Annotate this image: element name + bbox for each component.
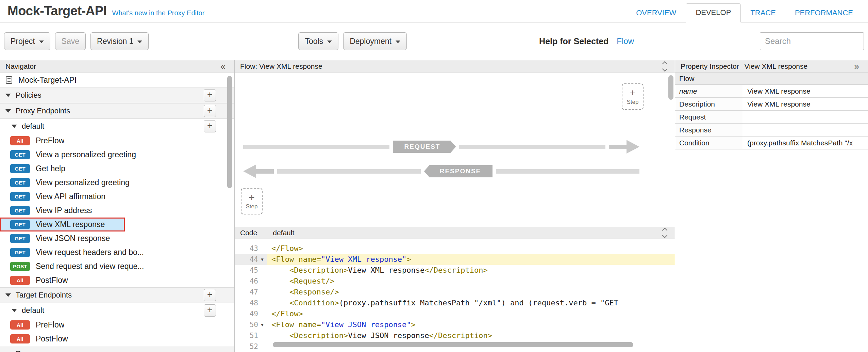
token-tag: <Response/> xyxy=(289,288,339,296)
proxy-flow-get-help[interactable]: GETGet help xyxy=(0,162,234,176)
add-target-endpoint-button[interactable]: + xyxy=(204,289,216,301)
code-line-47[interactable]: 47 <Response/> xyxy=(235,287,675,298)
deployment-button[interactable]: Deployment xyxy=(343,32,407,50)
add-target-flow-button[interactable]: + xyxy=(204,304,216,317)
nav-section-resources[interactable]: Resources xyxy=(0,346,234,352)
response-arrow-tail-icon xyxy=(256,169,274,174)
proxy-flow-send-request-and-view-reque[interactable]: POSTSend request and view reque... xyxy=(0,259,234,273)
line-number: 44 xyxy=(250,254,258,265)
project-button[interactable]: Project xyxy=(4,32,50,50)
nav-root-label: Mock-Target-API xyxy=(18,76,77,85)
collapse-expand-icon[interactable] xyxy=(663,228,667,237)
proxy-flow-view-json-response[interactable]: GETView JSON response xyxy=(0,231,234,245)
target-flow-preflow[interactable]: AllPreFlow xyxy=(0,318,234,332)
nav-section-proxy-endpoints[interactable]: Proxy Endpoints + xyxy=(0,103,234,119)
code-line-content: <Request/> xyxy=(267,276,675,287)
nav-section-policies[interactable]: Policies + xyxy=(0,87,234,103)
code-line-content: <Flow name="View XML response"> xyxy=(267,254,675,265)
flow-canvas[interactable]: + Step REQUEST RESPONSE xyxy=(235,73,675,227)
navigator-scrollbar[interactable] xyxy=(227,76,232,188)
token-tag: > xyxy=(411,320,416,329)
expand-panel-icon[interactable]: » xyxy=(854,62,859,71)
tab-develop[interactable]: DEVELOP xyxy=(686,3,741,22)
token-text: View XML response xyxy=(348,266,424,274)
code-line-content: <Description>View JSON response</Descrip… xyxy=(267,330,675,341)
code-tab[interactable]: Code xyxy=(240,229,257,237)
code-line-50[interactable]: 50▾<Flow name="View JSON response"> xyxy=(235,319,675,330)
proxy-flow-view-api-affirmation[interactable]: GETView API affirmation xyxy=(0,190,234,204)
inspector-property-label: Condition xyxy=(675,137,743,149)
fold-arrow-icon[interactable]: ▾ xyxy=(258,319,266,330)
help-flow-link[interactable]: Flow xyxy=(617,36,634,46)
add-policy-button[interactable]: + xyxy=(204,89,216,101)
proxy-flow-view-personalized-greeting[interactable]: GETView personalized greeting xyxy=(0,176,234,190)
code-line-49[interactable]: 49</Flow> xyxy=(235,308,675,319)
proxy-flow-view-request-headers-and-bo[interactable]: GETView request headers and bo... xyxy=(0,245,234,259)
nav-root-item[interactable]: Mock-Target-API xyxy=(0,73,234,87)
revision-button[interactable]: Revision 1 xyxy=(90,32,149,50)
code-line-45[interactable]: 45 <Description>View XML response</Descr… xyxy=(235,265,675,276)
code-line-44[interactable]: 44▾<Flow name="View XML response"> xyxy=(235,254,675,265)
code-horizontal-scrollbar[interactable] xyxy=(273,342,633,347)
code-line-48[interactable]: 48 <Condition>(proxy.pathsuffix MatchesP… xyxy=(235,298,675,308)
flow-label: PreFlow xyxy=(36,136,64,145)
navigator-panel: Navigator « Mock-Target-API Policies xyxy=(0,60,235,352)
add-step-button-bottom-left[interactable]: + Step xyxy=(241,188,263,214)
search-input[interactable] xyxy=(760,32,864,50)
inspector-property-value[interactable]: View XML response xyxy=(743,98,868,110)
code-file-tab[interactable]: default xyxy=(273,229,294,237)
fold-arrow-icon[interactable]: ▾ xyxy=(258,254,266,265)
proxy-flow-view-ip-address[interactable]: GETView IP address xyxy=(0,204,234,218)
code-editor[interactable]: 43</Flow>44▾<Flow name="View XML respons… xyxy=(235,239,675,352)
tools-button[interactable]: Tools xyxy=(298,32,338,50)
toolbar: Project Save Revision 1 Tools Deployment… xyxy=(0,22,868,60)
add-proxy-flow-button[interactable]: + xyxy=(204,120,216,132)
target-flow-postflow[interactable]: AllPostFlow xyxy=(0,332,234,346)
code-line-51[interactable]: 51 <Description>View JSON response</Desc… xyxy=(235,330,675,341)
flow-label: Send request and view reque... xyxy=(36,262,144,271)
flow-vertical-scrollbar[interactable] xyxy=(668,75,673,100)
tab-overview[interactable]: OVERVIEW xyxy=(627,4,686,22)
token-tag: <Request/> xyxy=(289,277,334,285)
verb-badge-all: All xyxy=(10,320,30,330)
flow-label: PreFlow xyxy=(36,320,64,330)
flow-label: View IP address xyxy=(36,206,92,215)
whats-new-link[interactable]: What's new in the Proxy Editor xyxy=(112,9,205,17)
nav-endpoint-label: default xyxy=(22,122,44,131)
inspector-section-flow: Flow xyxy=(675,73,868,85)
flow-label: PostFlow xyxy=(36,276,68,285)
inspector-property-value[interactable]: (proxy.pathsuffix MatchesPath "/x xyxy=(743,137,868,149)
collapse-expand-icon[interactable] xyxy=(663,62,667,71)
token-tag: </Flow> xyxy=(271,309,303,318)
inspector-property-value[interactable]: View XML response xyxy=(743,85,868,97)
proxy-flow-postflow[interactable]: AllPostFlow xyxy=(0,273,234,287)
nav-target-default-endpoint[interactable]: default + xyxy=(0,303,234,318)
inspector-property-label: Request xyxy=(675,111,743,123)
verb-badge-get: GET xyxy=(10,150,30,159)
code-line-43[interactable]: 43</Flow> xyxy=(235,243,675,254)
add-proxy-endpoint-button[interactable]: + xyxy=(204,105,216,117)
add-step-button-top-right[interactable]: + Step xyxy=(622,83,644,110)
response-flow-lane[interactable]: RESPONSE xyxy=(243,164,639,178)
tab-performance[interactable]: PERFORMANCE xyxy=(785,4,863,22)
proxy-flow-view-a-personalized-greeting[interactable]: GETView a personalized greeting xyxy=(0,148,234,162)
verb-badge-get: GET xyxy=(10,206,30,215)
tab-trace[interactable]: TRACE xyxy=(741,4,785,22)
request-flow-lane[interactable]: REQUEST xyxy=(243,140,639,154)
verb-badge-all: All xyxy=(10,276,30,285)
inspector-property-value[interactable] xyxy=(743,111,868,123)
collapse-panel-icon[interactable]: « xyxy=(221,62,226,71)
code-line-46[interactable]: 46 <Request/> xyxy=(235,276,675,287)
proxy-flow-preflow[interactable]: AllPreFlow xyxy=(0,134,234,148)
verb-badge-get: GET xyxy=(10,220,30,229)
token-text xyxy=(271,331,289,340)
flow-header: Flow: View XML response xyxy=(235,60,675,73)
proxy-flow-view-xml-response[interactable]: GETView XML response xyxy=(0,218,125,231)
proxy-bundle-icon xyxy=(5,76,14,84)
save-button[interactable]: Save xyxy=(55,32,86,50)
nav-section-target-endpoints[interactable]: Target Endpoints + xyxy=(0,287,234,303)
nav-proxy-default-endpoint[interactable]: default + xyxy=(0,119,234,134)
inspector-property-value[interactable] xyxy=(743,124,868,136)
line-number: 46 xyxy=(250,276,258,287)
help-for-selected-label: Help for Selected xyxy=(539,36,608,46)
